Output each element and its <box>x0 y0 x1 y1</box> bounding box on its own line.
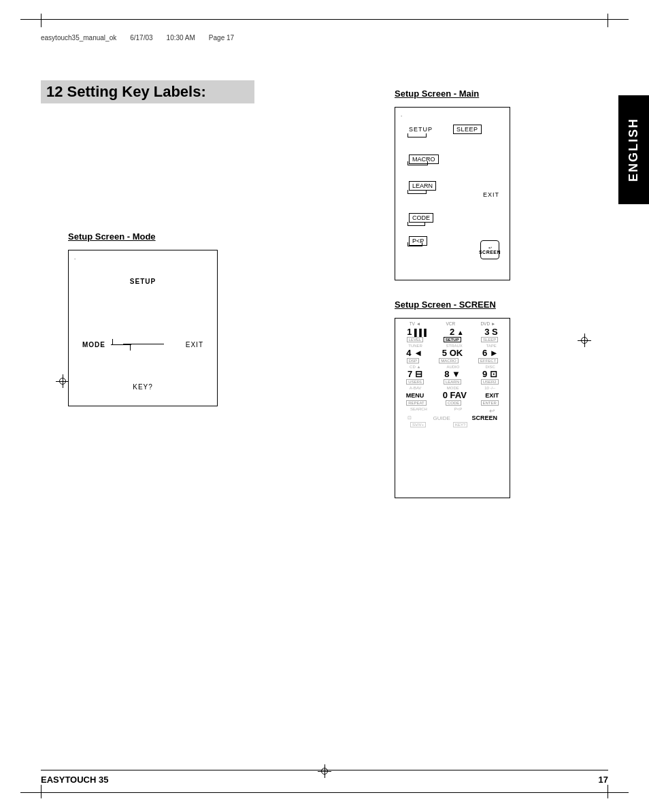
chapter-title: 12 Setting Key Labels: <box>46 83 249 101</box>
r1c2: VCR <box>446 321 455 326</box>
r2l1: LEVEL <box>407 337 424 342</box>
setup-main-section: Setup Screen - Main . SETUP SLEEP MACRO … <box>395 88 510 280</box>
r1c1: TV ◄ <box>410 321 421 326</box>
r7c3: 10 -/-- <box>484 386 495 390</box>
diagram-dot: . <box>401 112 402 118</box>
sleep-label: SLEEP <box>453 125 482 134</box>
corner-mark-tl <box>41 14 41 27</box>
header-date: 6/17/03 <box>130 34 152 42</box>
page-border-top <box>20 19 629 20</box>
code-label: CODE <box>409 213 433 223</box>
r6c3: 9 ⊡ <box>482 369 497 379</box>
r4l2: MACRO <box>439 358 458 363</box>
r6l2: LEARN <box>444 379 461 385</box>
footer-page: 17 <box>599 775 608 785</box>
bracket2 <box>407 161 428 165</box>
header-page-ref: Page 17 <box>209 34 234 42</box>
r2c3: 3 S <box>484 327 498 337</box>
mode-setup-label: SETUP <box>130 278 156 285</box>
learn-label: LEARN <box>409 181 436 191</box>
diagram-dot-mode: . <box>74 255 76 261</box>
r8c1: MENU <box>406 392 425 399</box>
r4l1: DSP <box>407 358 419 363</box>
r9c3: ↩ <box>489 407 495 415</box>
bracket1 <box>407 133 427 137</box>
english-tab: ENGLISH <box>618 95 649 204</box>
screen-button: ↩ SCREEN <box>480 240 499 259</box>
corner-mark-tr <box>608 14 608 27</box>
header-line: easytouch35_manual_ok 6/17/03 10:30 AM P… <box>41 34 608 42</box>
r4c2: 5 OK <box>442 348 463 358</box>
mode-bracket-line <box>123 344 164 344</box>
r10l1: SV/V+ <box>410 422 426 427</box>
r2l3: SLEEP <box>481 337 498 342</box>
r2c2: 2 ▲ <box>450 327 464 337</box>
r8c2: 0 FAV <box>443 390 467 400</box>
key-label: KEY? <box>133 383 153 391</box>
corner-mark-bl <box>41 785 41 798</box>
r8l1: REPEAT <box>406 400 427 406</box>
bracket3 <box>407 190 427 194</box>
mode-label: MODE <box>82 341 105 348</box>
r9c1: SEARCH <box>410 407 427 415</box>
r10c2: GUIDE <box>433 415 450 421</box>
r6c1: 7 ⊟ <box>407 369 422 379</box>
mode-exit-label: EXIT <box>186 341 203 348</box>
setup-screen-title: Setup Screen - SCREEN <box>395 299 510 310</box>
header-time: 10:30 AM <box>167 34 195 42</box>
corner-mark-br <box>608 785 608 798</box>
chapter-heading: 12 Setting Key Labels: <box>41 80 254 103</box>
r9c2: P<P <box>454 407 463 415</box>
r6c2: 8 ▼ <box>444 369 461 379</box>
r4c3: 6 ► <box>482 348 499 358</box>
r8l2: CODE <box>446 400 461 406</box>
setup-mode-title: Setup Screen - Mode <box>68 231 218 242</box>
main-diagram: . SETUP SLEEP MACRO LEARN EXIT CODE P<P <box>395 107 510 280</box>
bracket-top <box>112 339 113 344</box>
r4l3: EFFECT <box>478 358 498 363</box>
bracket5 <box>407 242 422 246</box>
footer-brand: EASYTOUCH 35 <box>41 775 108 785</box>
bracket-right <box>111 344 131 345</box>
bracket4 <box>407 222 425 226</box>
r6l3: USER2 <box>481 379 499 385</box>
r10l2: KEY? <box>453 422 467 427</box>
r8c3: EXIT <box>485 392 499 399</box>
crosshair-top-right <box>578 334 591 347</box>
setup-label: SETUP <box>409 126 433 133</box>
r1c3: DVD ► <box>480 321 495 326</box>
r7c1: A-BAV <box>410 386 422 390</box>
r4c1: 4 ◄ <box>406 348 422 358</box>
header-filename: easytouch35_manual_ok <box>41 34 116 42</box>
r10c1: ⊡ <box>407 415 412 421</box>
setup-mode-section: Setup Screen - Mode . SETUP MODE EXIT KE… <box>68 231 218 406</box>
exit-label: EXIT <box>483 191 499 198</box>
setup-screen-section: Setup Screen - SCREEN TV ◄ VCR DVD ► 1 ▌… <box>395 299 510 498</box>
setup-main-title: Setup Screen - Main <box>395 88 510 99</box>
footer: EASYTOUCH 35 17 <box>41 770 608 785</box>
mode-diagram: . SETUP MODE EXIT KEY? <box>68 250 218 406</box>
r2l2: SETUP <box>444 337 461 342</box>
r2c1: 1 ▌▌▌ <box>407 327 429 337</box>
screen-remote-diagram: TV ◄ VCR DVD ► 1 ▌▌▌ 2 ▲ 3 S LEVEL SETUP… <box>395 318 510 498</box>
r10c3-screen: SCREEN <box>472 415 498 421</box>
page-border-bottom <box>20 792 629 793</box>
r8l3: ENTER <box>481 400 499 406</box>
bracket-bottom <box>130 345 131 351</box>
r6l1: USER1 <box>406 379 424 385</box>
screen-label: SCREEN <box>479 250 501 255</box>
crosshair-top-left <box>56 374 69 388</box>
